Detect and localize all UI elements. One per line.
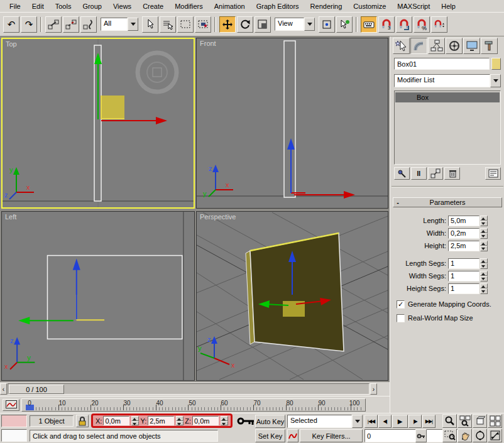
menu-animation[interactable]: Animation — [209, 1, 251, 11]
tab-display[interactable] — [463, 38, 480, 54]
zoom-all-button[interactable] — [457, 414, 472, 428]
maxscript-mini-listener-macro[interactable] — [1, 415, 27, 427]
checkbox-box[interactable] — [397, 314, 405, 322]
length-segs-spinner[interactable] — [480, 258, 488, 269]
snap-toggle-3d-button[interactable]: 3 — [378, 16, 395, 33]
select-by-name-button[interactable] — [160, 16, 176, 33]
tab-utilities[interactable] — [481, 38, 498, 54]
spinner-snap-toggle-button[interactable] — [431, 16, 447, 33]
make-unique-button[interactable] — [428, 167, 444, 180]
min-max-toggle-button[interactable] — [488, 429, 502, 442]
configure-modifier-sets-button[interactable] — [485, 167, 501, 180]
height-spinner[interactable] — [480, 241, 488, 251]
angle-snap-toggle-button[interactable] — [396, 16, 412, 33]
go-to-start-button[interactable]: |◀◀ — [364, 415, 378, 428]
height-field[interactable] — [448, 241, 479, 251]
rectangular-selection-region-button[interactable] — [177, 16, 194, 33]
set-key-button[interactable]: Set Key — [255, 429, 285, 442]
width-spinner[interactable] — [480, 228, 488, 239]
pin-stack-button[interactable] — [394, 167, 410, 180]
reference-coordinate-system-dropdown[interactable]: View — [275, 18, 315, 31]
timeline-ruler[interactable]: 0 10 20 30 40 50 60 70 80 90 100 — [21, 398, 366, 412]
width-segs-field[interactable] — [448, 271, 479, 282]
modifier-stack-list[interactable]: Box — [394, 90, 501, 165]
viewport-left-label[interactable]: Left — [5, 213, 16, 221]
auto-key-button[interactable]: Auto Key — [255, 415, 285, 428]
zoom-extents-all-button[interactable] — [488, 414, 502, 428]
keyboard-shortcut-override-toggle[interactable] — [361, 16, 377, 33]
menu-customize[interactable]: Customize — [348, 1, 392, 11]
viewport-top[interactable]: Top y — [1, 38, 195, 209]
dropdown-arrow-icon[interactable] — [490, 74, 501, 87]
menu-create[interactable]: Create — [137, 1, 169, 11]
selection-filter-dropdown[interactable]: All — [101, 18, 138, 31]
coord-y-field[interactable]: 2,5m — [148, 416, 174, 425]
coord-x-field[interactable]: 0,0m — [103, 416, 129, 425]
coord-y-spinner[interactable] — [176, 416, 184, 425]
time-slider-track[interactable]: 0 / 100 — [8, 383, 370, 395]
selection-lock-toggle[interactable] — [76, 415, 89, 427]
percent-snap-toggle-button[interactable]: % — [414, 16, 430, 33]
tab-hierarchy[interactable] — [428, 38, 445, 54]
width-field[interactable] — [448, 228, 479, 239]
pan-view-button[interactable] — [457, 429, 472, 442]
parameters-rollout-header[interactable]: - Parameters — [393, 197, 502, 207]
select-object-button[interactable] — [142, 16, 158, 33]
length-field[interactable] — [448, 216, 479, 226]
coord-z-field[interactable]: 0,0m — [192, 416, 219, 425]
menu-help[interactable]: Help — [436, 1, 461, 11]
zoom-extents-button[interactable] — [473, 414, 487, 428]
object-name-field[interactable] — [394, 58, 490, 70]
menu-views[interactable]: Views — [107, 1, 137, 11]
viewport-front[interactable]: Front z x y — [196, 38, 388, 209]
coord-z-spinner[interactable] — [221, 416, 228, 425]
use-pivot-point-center-button[interactable] — [319, 16, 335, 33]
menu-graph-editors[interactable]: Graph Editors — [251, 1, 305, 11]
object-color-swatch[interactable] — [491, 58, 501, 70]
time-slider-left-arrow[interactable]: ‹ — [0, 383, 7, 395]
select-and-move-button[interactable] — [219, 16, 236, 33]
length-segs-field[interactable] — [448, 258, 479, 269]
menu-file[interactable]: File — [4, 1, 26, 11]
remove-modifier-button[interactable] — [444, 167, 460, 180]
viewport-perspective[interactable]: Perspective — [196, 211, 388, 381]
arc-rotate-button[interactable] — [473, 429, 487, 442]
play-animation-button[interactable]: ▶ — [392, 415, 408, 428]
next-frame-button[interactable]: |▶ — [408, 415, 422, 428]
key-mode-toggle-button[interactable] — [415, 429, 427, 442]
bind-to-space-warp-button[interactable] — [80, 16, 97, 33]
open-mini-curve-editor-button[interactable] — [3, 399, 19, 411]
select-and-rotate-button[interactable] — [237, 16, 253, 33]
window-crossing-toggle[interactable] — [195, 16, 211, 33]
menu-group[interactable]: Group — [77, 1, 107, 11]
select-and-link-button[interactable] — [45, 16, 62, 33]
select-and-scale-button[interactable] — [255, 16, 271, 33]
tab-modify[interactable] — [410, 38, 427, 54]
tab-motion[interactable] — [446, 38, 463, 54]
checkbox-box[interactable]: ✓ — [397, 300, 405, 309]
undo-button[interactable]: ↶ — [3, 16, 19, 33]
generate-mapping-coords-checkbox[interactable]: ✓ Generate Mapping Coords. — [397, 299, 504, 309]
unlink-selection-button[interactable] — [63, 16, 79, 33]
maxscript-mini-listener[interactable] — [1, 429, 27, 442]
dropdown-arrow-icon[interactable] — [128, 18, 138, 31]
selection-set-dropdown[interactable]: Selected — [287, 415, 363, 428]
dropdown-arrow-icon[interactable] — [352, 415, 363, 428]
select-and-manipulate-button[interactable] — [336, 16, 353, 33]
time-slider-thumb[interactable]: 0 / 100 — [9, 385, 64, 394]
viewport-front-label[interactable]: Front — [200, 40, 216, 47]
modifier-stack-item-box[interactable]: Box — [395, 92, 500, 102]
go-to-end-button[interactable]: ▶▶| — [422, 415, 436, 428]
menu-maxscript[interactable]: MAXScript — [392, 1, 436, 11]
width-segs-spinner[interactable] — [480, 271, 488, 282]
coord-x-spinner[interactable] — [131, 416, 139, 425]
previous-frame-button[interactable]: ◀| — [378, 415, 392, 428]
height-segs-field[interactable] — [448, 283, 479, 294]
modifier-list-dropdown[interactable]: Modifier List — [394, 74, 501, 87]
viewport-perspective-label[interactable]: Perspective — [200, 213, 236, 221]
real-world-map-size-checkbox[interactable]: Real-World Map Size — [397, 313, 504, 323]
redo-button[interactable]: ↷ — [21, 16, 37, 33]
menu-modifiers[interactable]: Modifiers — [169, 1, 209, 11]
length-spinner[interactable] — [480, 216, 488, 226]
time-slider-right-arrow[interactable]: › — [370, 383, 377, 395]
